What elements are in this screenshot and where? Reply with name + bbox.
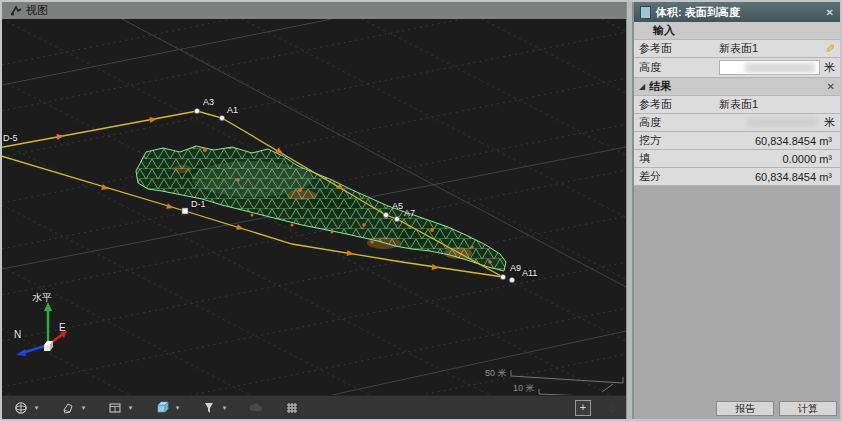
- results-height-row: 高度 米: [634, 114, 840, 132]
- panel-icon: [640, 6, 651, 19]
- disabled-tool-icon: ◌: [609, 401, 616, 415]
- volume-command-panel: 体积: 表面到高度 ✕ 输入 参考面 新表面1 ✎ 高度 米 ◢ 结果 ✕ 参考…: [633, 2, 840, 419]
- grid-icon[interactable]: [283, 399, 301, 417]
- edit-pencil-icon[interactable]: ✎: [825, 42, 835, 56]
- orbit-view-icon[interactable]: [12, 399, 30, 417]
- results-height-value: [719, 117, 820, 129]
- zoom-window-icon[interactable]: +: [575, 400, 591, 416]
- cut-value: 60,834.8454 m³: [719, 135, 835, 147]
- filter-caret[interactable]: ▾: [220, 404, 229, 412]
- input-section-header[interactable]: 输入: [634, 22, 840, 40]
- input-section-title: 输入: [639, 23, 675, 38]
- results-height-unit: 米: [820, 115, 835, 130]
- results-reference-value: 新表面1: [719, 97, 835, 112]
- report-button[interactable]: 报告: [716, 401, 774, 416]
- reference-surface-label: 参考面: [639, 41, 719, 56]
- height-label: 高度: [639, 60, 719, 75]
- results-height-redacted-value: [747, 117, 817, 127]
- tab-view[interactable]: 视图: [2, 2, 56, 19]
- shaded-cube-caret[interactable]: ▾: [173, 404, 182, 412]
- collapse-icon[interactable]: ◢: [639, 82, 645, 91]
- view-tab-icon: [10, 5, 22, 17]
- shaded-cube-icon[interactable]: [153, 399, 171, 417]
- tab-view-label: 视图: [26, 3, 48, 18]
- reference-surface-value[interactable]: 新表面1: [719, 41, 825, 56]
- delta-label: 差分: [639, 169, 719, 184]
- results-reference-label: 参考面: [639, 97, 719, 112]
- panel-title: 体积: 表面到高度: [656, 5, 740, 20]
- 3d-viewport-canvas[interactable]: D-5 A3 A1 D-1 A5 A7 A9 A11 水平 N E 50 米 1…: [2, 19, 626, 395]
- calculate-button[interactable]: 计算: [779, 401, 837, 416]
- delta-value: 60,834.8454 m³: [719, 171, 835, 183]
- wireframe-box-caret[interactable]: ▾: [79, 404, 88, 412]
- results-reference-row: 参考面 新表面1: [634, 96, 840, 114]
- panel-footer: 报告 计算: [716, 401, 837, 416]
- viewport-pane-icon[interactable]: [106, 399, 124, 417]
- results-clear-icon[interactable]: ✕: [827, 81, 835, 92]
- cut-label: 挖方: [639, 133, 719, 148]
- axis-label-vertical: 水平: [32, 291, 52, 305]
- viewport-tabbar: 视图: [2, 2, 626, 19]
- results-cut-row: 挖方 60,834.8454 m³: [634, 132, 840, 150]
- axis-label-north: N: [14, 329, 21, 340]
- view-toolbar: ▾ ▾ ▾ ▾ ▾: [2, 395, 626, 419]
- results-section-header[interactable]: ◢ 结果 ✕: [634, 78, 840, 96]
- results-section-title: 结果: [649, 79, 671, 94]
- cloud-icon: [247, 399, 265, 417]
- height-input-redacted-value: [745, 63, 815, 73]
- scene-graphics: [2, 19, 626, 395]
- height-unit: 米: [820, 60, 835, 75]
- wireframe-box-icon[interactable]: [59, 399, 77, 417]
- input-reference-row: 参考面 新表面1 ✎: [634, 40, 840, 58]
- panel-header: 体积: 表面到高度 ✕: [634, 2, 840, 22]
- results-height-label: 高度: [639, 115, 719, 130]
- panel-close-icon[interactable]: ✕: [826, 7, 834, 18]
- viewport-pane-caret[interactable]: ▾: [126, 404, 135, 412]
- orbit-view-caret[interactable]: ▾: [32, 404, 41, 412]
- panel-splitter[interactable]: [626, 2, 633, 419]
- results-delta-row: 差分 60,834.8454 m³: [634, 168, 840, 186]
- scale-label-50m: 50 米: [485, 367, 507, 380]
- filter-icon[interactable]: [200, 399, 218, 417]
- results-fill-row: 填 0.0000 m³: [634, 150, 840, 168]
- fill-value: 0.0000 m³: [719, 153, 835, 165]
- axis-label-east: E: [59, 322, 66, 333]
- input-height-row: 高度 米: [634, 58, 840, 78]
- scale-label-10m: 10 米: [513, 382, 535, 395]
- fill-label: 填: [639, 151, 719, 166]
- height-input[interactable]: [719, 60, 820, 75]
- application-window: 视图: [0, 0, 842, 421]
